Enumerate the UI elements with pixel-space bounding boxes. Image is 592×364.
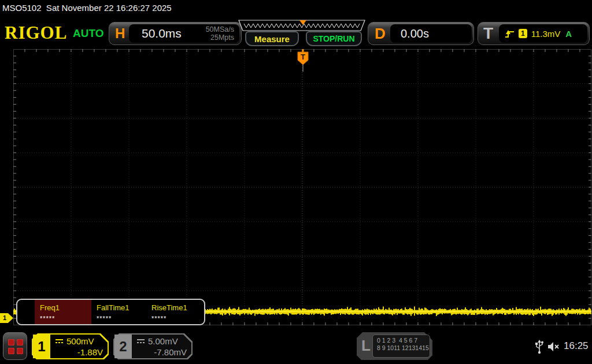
horizontal-pill: 50.0ms 50MSa/s 25Mpts bbox=[129, 24, 239, 43]
trigger-source-badge: 1 bbox=[519, 29, 527, 38]
measurement-risetime1[interactable]: RiseTime1 ***** bbox=[146, 300, 204, 324]
channel2-badge[interactable]: 2 5.00mV -7.80mV bbox=[113, 333, 193, 359]
logic-row-0-7: 0 1 2 3 4 5 6 7 bbox=[377, 337, 430, 344]
channel1-number-tab: 1 bbox=[33, 335, 50, 358]
channel1-offset-marker[interactable]: 1 bbox=[0, 313, 13, 323]
channel2-offset: -7.80mV bbox=[154, 347, 187, 357]
measurement-name: Freq1 bbox=[40, 303, 91, 312]
dc-coupling-icon bbox=[55, 339, 64, 344]
channel1-scale: 500mV bbox=[66, 336, 94, 346]
waveform-preview-strip[interactable] bbox=[236, 20, 368, 32]
trigger-position-marker[interactable]: T bbox=[298, 49, 308, 72]
trigger-panel[interactable]: T 1 11.3mV A bbox=[478, 22, 590, 45]
trigger-level-value: 11.3mV bbox=[531, 29, 561, 39]
measurement-box-spacer bbox=[17, 300, 35, 324]
delay-value: 0.00s bbox=[401, 27, 429, 40]
measurement-falltime1[interactable]: FallTime1 ***** bbox=[91, 300, 146, 324]
logic-channels-badge[interactable]: L 0 1 2 3 4 5 6 7 8 9 1011 12131415 bbox=[357, 332, 432, 360]
grid-squares-icon bbox=[8, 339, 23, 354]
graticule: T bbox=[13, 49, 591, 325]
svg-text:T: T bbox=[301, 53, 305, 61]
delay-label: D bbox=[375, 23, 386, 44]
logic-channel-panel: 0 1 2 3 4 5 6 7 8 9 1011 12131415 bbox=[372, 335, 430, 358]
channel2-scale: 5.00mV bbox=[148, 336, 178, 346]
trigger-sweep-mode: A bbox=[565, 29, 572, 39]
channel1-scale-row: 500mV bbox=[55, 336, 94, 346]
measurement-value: ***** bbox=[151, 315, 204, 322]
acquisition-mode-label: AUTO bbox=[73, 27, 103, 40]
measurement-value: ***** bbox=[97, 315, 146, 322]
rigol-logo: RIGOL bbox=[5, 23, 67, 43]
trigger-label: T bbox=[483, 23, 493, 44]
horizontal-label: H bbox=[115, 23, 125, 44]
channel1-offset: -1.88V bbox=[77, 347, 103, 357]
measure-button[interactable]: Measure bbox=[245, 31, 299, 46]
measurement-freq1[interactable]: Freq1 ***** bbox=[35, 300, 91, 324]
dc-coupling-icon bbox=[136, 339, 145, 344]
acquisition-rates: 50MSa/s 25Mpts bbox=[206, 25, 234, 42]
channel1-badge[interactable]: 1 500mV -1.88V bbox=[32, 333, 109, 359]
oscilloscope-screen: MSO5102 Sat November 22 16:26:27 2025 RI… bbox=[0, 0, 592, 364]
measurement-value: ***** bbox=[40, 315, 91, 322]
measurement-name: RiseTime1 bbox=[151, 303, 204, 312]
delay-pill: 0.00s bbox=[390, 24, 472, 43]
memory-depth: 25Mpts bbox=[206, 34, 234, 42]
logic-label: L bbox=[361, 337, 371, 355]
quick-menu-button[interactable] bbox=[3, 332, 27, 360]
usb-icon bbox=[535, 340, 544, 354]
measurement-name: FallTime1 bbox=[97, 303, 146, 312]
measurement-box[interactable]: Freq1 ***** FallTime1 ***** RiseTime1 **… bbox=[16, 299, 205, 325]
logic-row-8-15: 8 9 1011 12131415 bbox=[377, 344, 430, 352]
speaker-muted-icon[interactable] bbox=[548, 341, 560, 352]
timebase-value: 50.0ms bbox=[142, 27, 182, 40]
channel2-scale-row: 5.00mV bbox=[136, 336, 178, 346]
model-and-datetime: MSO5102 Sat November 22 16:26:27 2025 bbox=[2, 3, 172, 13]
trigger-pill: 1 11.3mV A bbox=[499, 24, 587, 43]
clock: 16:25 bbox=[564, 340, 589, 352]
delay-panel[interactable]: D 0.00s bbox=[368, 22, 474, 45]
horizontal-panel[interactable]: H 50.0ms 50MSa/s 25Mpts bbox=[109, 22, 242, 45]
sample-rate: 50MSa/s bbox=[206, 25, 234, 34]
channel2-number-tab: 2 bbox=[114, 335, 132, 358]
stop-run-button[interactable]: STOP/RUN bbox=[306, 31, 362, 46]
trigger-edge-icon bbox=[505, 29, 515, 38]
